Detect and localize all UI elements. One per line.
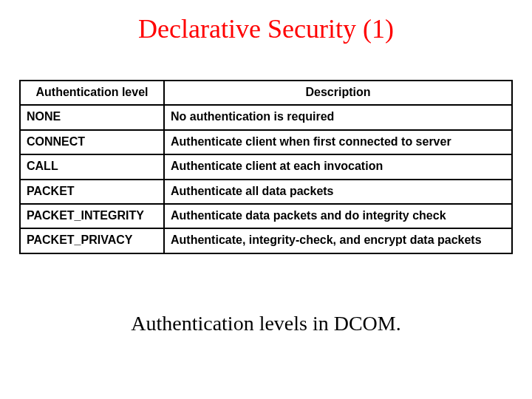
table-row: PACKET_INTEGRITY Authenticate data packe… bbox=[20, 204, 512, 228]
cell-description: Authenticate client at each invocation bbox=[164, 154, 512, 179]
column-header-description: Description bbox=[164, 81, 512, 105]
cell-level: NONE bbox=[20, 105, 164, 129]
slide-title: Declarative Security (1) bbox=[0, 0, 532, 44]
auth-levels-table: Authentication level Description NONE No… bbox=[19, 80, 513, 254]
cell-level: PACKET_PRIVACY bbox=[20, 228, 164, 253]
cell-level: CONNECT bbox=[20, 130, 164, 154]
cell-level: PACKET_INTEGRITY bbox=[20, 204, 164, 228]
table-row: CALL Authenticate client at each invocat… bbox=[20, 154, 512, 179]
cell-level: CALL bbox=[20, 154, 164, 179]
table-header-row: Authentication level Description bbox=[20, 81, 512, 105]
cell-description: Authenticate all data packets bbox=[164, 180, 512, 204]
cell-description: Authenticate client when first connected… bbox=[164, 130, 512, 154]
cell-description: Authenticate, integrity-check, and encry… bbox=[164, 228, 512, 253]
table-caption: Authentication levels in DCOM. bbox=[0, 312, 532, 335]
table-row: NONE No authentication is required bbox=[20, 105, 512, 129]
table-row: PACKET_PRIVACY Authenticate, integrity-c… bbox=[20, 228, 512, 253]
auth-levels-table-wrap: Authentication level Description NONE No… bbox=[19, 80, 513, 254]
table-row: PACKET Authenticate all data packets bbox=[20, 180, 512, 204]
column-header-level: Authentication level bbox=[20, 81, 164, 105]
table-row: CONNECT Authenticate client when first c… bbox=[20, 130, 512, 154]
cell-description: Authenticate data packets and do integri… bbox=[164, 204, 512, 228]
slide: Declarative Security (1) Authentication … bbox=[0, 0, 532, 399]
cell-level: PACKET bbox=[20, 180, 164, 204]
cell-description: No authentication is required bbox=[164, 105, 512, 129]
